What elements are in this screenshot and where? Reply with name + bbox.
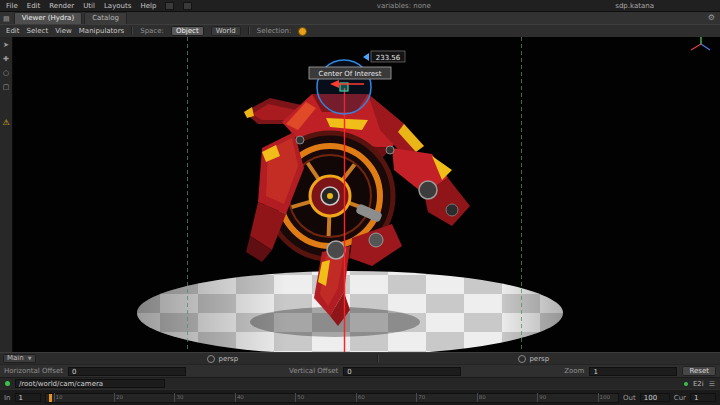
zoom-field[interactable]: 1 xyxy=(589,367,677,376)
toolbar-manipulators[interactable]: Manipulators xyxy=(79,27,124,35)
toolbar-separator xyxy=(248,27,250,35)
horizontal-offset-field[interactable]: 0 xyxy=(68,367,186,376)
offsets-row: Horizontal Offset 0 Vertical Offset 0 Zo… xyxy=(0,364,720,377)
menu-edit[interactable]: Edit xyxy=(27,2,41,10)
coi-value-box[interactable]: 233.56 xyxy=(371,51,405,62)
view-control-row: Main ▼ persp persp xyxy=(0,352,720,364)
timeline-track[interactable]: 10 20 30 40 50 60 70 80 90 100 xyxy=(45,393,620,403)
coi-value-text: 233.56 xyxy=(376,54,401,62)
viewport-canvas: 233.56 Center Of Interest xyxy=(13,37,720,352)
layout-dropdown[interactable]: Main ▼ xyxy=(3,354,36,363)
camera-radio-icon xyxy=(518,355,526,363)
timeline-cur-field[interactable]: 1 xyxy=(690,393,716,402)
pane-menu-icon[interactable]: ▤ xyxy=(3,15,10,23)
tab-viewer-hydra[interactable]: Viewer (Hydra) xyxy=(14,12,83,24)
viewport-3d[interactable]: 233.56 Center Of Interest xyxy=(13,37,720,352)
render-status-dot-icon xyxy=(684,382,688,386)
timeline-tick: 20 xyxy=(114,393,123,402)
view-split-divider xyxy=(377,355,379,363)
space-world-button[interactable]: World xyxy=(211,26,241,36)
menu-file[interactable]: File xyxy=(6,2,18,10)
toolbar-edit[interactable]: Edit xyxy=(6,27,20,35)
variables-indicator: variables: none xyxy=(377,2,431,10)
gear-icon[interactable]: ⚙ xyxy=(708,13,715,23)
status-dot-icon xyxy=(5,381,10,386)
translate-tool-icon[interactable]: ✚ xyxy=(3,55,9,63)
katana-window: File Edit Render Util Layouts Help varia… xyxy=(0,0,720,405)
zoom-label: Zoom xyxy=(564,367,584,375)
timeline-in-field[interactable]: 1 xyxy=(15,393,41,402)
selection-color-swatch[interactable] xyxy=(298,27,307,36)
checker-ground-disc xyxy=(137,271,563,352)
vertical-offset-field[interactable]: 0 xyxy=(343,367,461,376)
selection-label: Selection: xyxy=(257,27,292,35)
timeline-tick: 10 xyxy=(54,393,63,402)
horizontal-offset-label: Horizontal Offset xyxy=(4,367,63,375)
timeline-tick: 70 xyxy=(416,393,425,402)
timeline-tick: 30 xyxy=(174,393,183,402)
space-object-button[interactable]: Object xyxy=(171,26,204,36)
timeline-row: In 1 10 20 30 40 50 60 70 80 90 100 Out … xyxy=(0,389,720,405)
timeline-tick: 80 xyxy=(477,393,486,402)
timeline-out-field[interactable]: 100 xyxy=(640,393,670,402)
timeline-tick: 50 xyxy=(295,393,304,402)
tab-catalog[interactable]: Catalog xyxy=(84,12,127,24)
menu-help[interactable]: Help xyxy=(140,2,156,10)
pane-header: ▤ Viewer (Hydra) Catalog ⚙ xyxy=(0,11,720,24)
right-camera-label: persp xyxy=(529,355,549,363)
timeline-tick: 60 xyxy=(356,393,365,402)
timeline-cur-label: Cur xyxy=(674,394,686,402)
render-indicator: E2i xyxy=(693,380,704,388)
left-tool-column: ➤ ✚ ○ ▢ ⚠ xyxy=(0,37,13,352)
viewer-toolbar: Edit Select View Manipulators Space: Obj… xyxy=(0,24,720,37)
rotate-tool-icon[interactable]: ○ xyxy=(3,69,9,77)
menubar-icon[interactable] xyxy=(165,2,174,10)
select-tool-icon[interactable]: ➤ xyxy=(3,41,9,49)
camera-path-field[interactable]: /root/world/cam/camera xyxy=(15,379,165,388)
scene-filename: sdp.katana xyxy=(615,2,654,10)
timeline-in-label: In xyxy=(4,394,11,402)
camera-radio-icon xyxy=(207,355,215,363)
coi-tooltip-text: Center Of Interest xyxy=(319,70,382,78)
coi-manipulator[interactable] xyxy=(317,53,371,114)
timeline-playhead[interactable] xyxy=(49,394,52,402)
warning-icon[interactable]: ⚠ xyxy=(2,119,9,127)
toolbar-select[interactable]: Select xyxy=(27,27,49,35)
toolbar-separator xyxy=(131,27,133,35)
menubar-icon[interactable] xyxy=(183,2,192,10)
axis-gizmo xyxy=(691,37,710,50)
timeline-tick: 40 xyxy=(235,393,244,402)
toolbar-view[interactable]: View xyxy=(55,27,72,35)
menu-hamburger-icon[interactable]: ☰ xyxy=(709,380,715,388)
timeline-tick: 100 xyxy=(598,393,611,402)
left-camera-selector[interactable]: persp xyxy=(207,355,238,363)
layout-dropdown-label: Main xyxy=(7,354,24,363)
chevron-down-icon: ▼ xyxy=(28,354,32,363)
left-camera-label: persp xyxy=(218,355,238,363)
coi-tooltip: Center Of Interest xyxy=(309,67,391,79)
menu-layouts[interactable]: Layouts xyxy=(104,2,131,10)
space-label: Space: xyxy=(140,27,164,35)
timeline-tick: 90 xyxy=(537,393,546,402)
right-camera-selector[interactable]: persp xyxy=(518,355,549,363)
status-row: /root/world/cam/camera E2i ☰ xyxy=(0,377,720,389)
vertical-offset-label: Vertical Offset xyxy=(289,367,338,375)
timeline-out-label: Out xyxy=(623,394,636,402)
menubar: File Edit Render Util Layouts Help varia… xyxy=(0,0,720,11)
menu-render[interactable]: Render xyxy=(49,2,74,10)
scale-tool-icon[interactable]: ▢ xyxy=(3,83,10,91)
menu-util[interactable]: Util xyxy=(83,2,95,10)
reset-button[interactable]: Reset xyxy=(682,366,716,376)
